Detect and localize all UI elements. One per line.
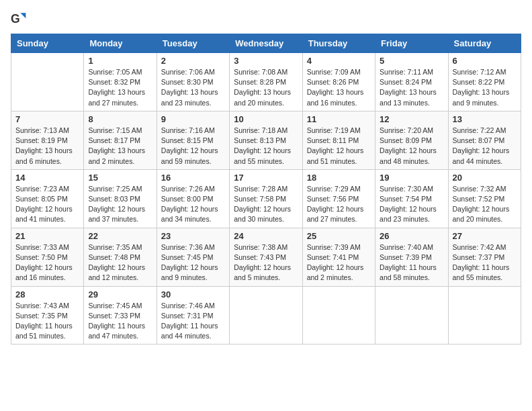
day-number: 19 (380, 173, 443, 183)
day-number: 11 (307, 114, 371, 124)
svg-marker-1 (20, 13, 26, 18)
day-info: Sunrise: 7:16 AMSunset: 8:15 PMDaylight:… (161, 126, 225, 167)
day-info: Sunrise: 7:23 AMSunset: 8:05 PMDaylight:… (15, 184, 79, 225)
day-info: Sunrise: 7:46 AMSunset: 7:31 PMDaylight:… (161, 301, 225, 342)
day-info: Sunrise: 7:13 AMSunset: 8:19 PMDaylight:… (15, 126, 79, 167)
calendar-cell (230, 286, 302, 345)
header: G (11, 11, 521, 27)
day-info: Sunrise: 7:39 AMSunset: 7:41 PMDaylight:… (307, 242, 371, 283)
day-info: Sunrise: 7:09 AMSunset: 8:26 PMDaylight:… (307, 67, 371, 108)
calendar-cell: 22Sunrise: 7:35 AMSunset: 7:48 PMDayligh… (84, 228, 157, 286)
calendar-cell: 8Sunrise: 7:15 AMSunset: 8:17 PMDaylight… (84, 111, 157, 169)
calendar-cell: 12Sunrise: 7:20 AMSunset: 8:09 PMDayligh… (375, 111, 448, 169)
calendar-cell: 20Sunrise: 7:32 AMSunset: 7:52 PMDayligh… (448, 169, 521, 228)
week-row-2: 14Sunrise: 7:23 AMSunset: 8:05 PMDayligh… (11, 169, 521, 228)
calendar-cell: 3Sunrise: 7:08 AMSunset: 8:28 PMDaylight… (230, 53, 302, 111)
day-number: 10 (234, 114, 298, 124)
weekday-header-tuesday: Tuesday (157, 34, 229, 53)
calendar-cell: 2Sunrise: 7:06 AMSunset: 8:30 PMDaylight… (157, 53, 229, 111)
week-row-0: 1Sunrise: 7:05 AMSunset: 8:32 PMDaylight… (11, 53, 521, 111)
day-number: 21 (15, 231, 79, 241)
day-info: Sunrise: 7:45 AMSunset: 7:33 PMDaylight:… (88, 301, 152, 342)
day-number: 22 (88, 231, 152, 241)
weekday-header-sunday: Sunday (11, 34, 84, 53)
calendar-cell: 24Sunrise: 7:38 AMSunset: 7:43 PMDayligh… (230, 228, 302, 286)
calendar-cell: 26Sunrise: 7:40 AMSunset: 7:39 PMDayligh… (375, 228, 448, 286)
calendar-body: 1Sunrise: 7:05 AMSunset: 8:32 PMDaylight… (11, 53, 521, 345)
day-info: Sunrise: 7:28 AMSunset: 7:58 PMDaylight:… (234, 184, 298, 225)
weekday-header-monday: Monday (84, 34, 157, 53)
calendar-cell: 10Sunrise: 7:18 AMSunset: 8:13 PMDayligh… (230, 111, 302, 169)
day-number: 26 (380, 231, 443, 241)
day-number: 6 (453, 56, 517, 66)
weekday-header-wednesday: Wednesday (230, 34, 302, 53)
calendar-cell: 15Sunrise: 7:25 AMSunset: 8:03 PMDayligh… (84, 169, 157, 228)
day-info: Sunrise: 7:29 AMSunset: 7:56 PMDaylight:… (307, 184, 371, 225)
calendar-cell: 1Sunrise: 7:05 AMSunset: 8:32 PMDaylight… (84, 53, 157, 111)
calendar-cell: 5Sunrise: 7:11 AMSunset: 8:24 PMDaylight… (375, 53, 448, 111)
day-info: Sunrise: 7:11 AMSunset: 8:24 PMDaylight:… (380, 67, 443, 108)
logo-icon: G (11, 11, 27, 27)
calendar-cell: 11Sunrise: 7:19 AMSunset: 8:11 PMDayligh… (302, 111, 375, 169)
day-number: 9 (161, 114, 225, 124)
day-number: 4 (307, 56, 371, 66)
day-info: Sunrise: 7:22 AMSunset: 8:07 PMDaylight:… (453, 126, 517, 167)
calendar-cell: 28Sunrise: 7:43 AMSunset: 7:35 PMDayligh… (11, 286, 84, 345)
week-row-3: 21Sunrise: 7:33 AMSunset: 7:50 PMDayligh… (11, 228, 521, 286)
day-info: Sunrise: 7:26 AMSunset: 8:00 PMDaylight:… (161, 184, 225, 225)
calendar-cell (302, 286, 375, 345)
day-number: 18 (307, 173, 371, 183)
day-info: Sunrise: 7:36 AMSunset: 7:45 PMDaylight:… (161, 242, 225, 283)
day-number: 16 (161, 173, 225, 183)
day-info: Sunrise: 7:32 AMSunset: 7:52 PMDaylight:… (453, 184, 517, 225)
calendar-cell: 14Sunrise: 7:23 AMSunset: 8:05 PMDayligh… (11, 169, 84, 228)
calendar-table: SundayMondayTuesdayWednesdayThursdayFrid… (11, 34, 521, 345)
calendar-cell: 16Sunrise: 7:26 AMSunset: 8:00 PMDayligh… (157, 169, 229, 228)
week-row-4: 28Sunrise: 7:43 AMSunset: 7:35 PMDayligh… (11, 286, 521, 345)
calendar-cell: 13Sunrise: 7:22 AMSunset: 8:07 PMDayligh… (448, 111, 521, 169)
calendar-cell: 21Sunrise: 7:33 AMSunset: 7:50 PMDayligh… (11, 228, 84, 286)
calendar-cell: 6Sunrise: 7:12 AMSunset: 8:22 PMDaylight… (448, 53, 521, 111)
calendar-cell: 23Sunrise: 7:36 AMSunset: 7:45 PMDayligh… (157, 228, 229, 286)
weekday-header-row: SundayMondayTuesdayWednesdayThursdayFrid… (11, 34, 521, 53)
day-number: 24 (234, 231, 298, 241)
day-info: Sunrise: 7:25 AMSunset: 8:03 PMDaylight:… (88, 184, 152, 225)
day-info: Sunrise: 7:35 AMSunset: 7:48 PMDaylight:… (88, 242, 152, 283)
day-number: 13 (453, 114, 517, 124)
day-info: Sunrise: 7:08 AMSunset: 8:28 PMDaylight:… (234, 67, 298, 108)
day-info: Sunrise: 7:42 AMSunset: 7:37 PMDaylight:… (453, 242, 517, 283)
day-number: 12 (380, 114, 443, 124)
day-info: Sunrise: 7:19 AMSunset: 8:11 PMDaylight:… (307, 126, 371, 167)
day-number: 25 (307, 231, 371, 241)
calendar-cell: 27Sunrise: 7:42 AMSunset: 7:37 PMDayligh… (448, 228, 521, 286)
calendar-cell: 9Sunrise: 7:16 AMSunset: 8:15 PMDaylight… (157, 111, 229, 169)
day-info: Sunrise: 7:33 AMSunset: 7:50 PMDaylight:… (15, 242, 79, 283)
weekday-header-friday: Friday (375, 34, 448, 53)
day-info: Sunrise: 7:40 AMSunset: 7:39 PMDaylight:… (380, 242, 443, 283)
day-number: 15 (88, 173, 152, 183)
calendar-cell (375, 286, 448, 345)
calendar-cell: 30Sunrise: 7:46 AMSunset: 7:31 PMDayligh… (157, 286, 229, 345)
weekday-header-saturday: Saturday (448, 34, 521, 53)
calendar-cell: 18Sunrise: 7:29 AMSunset: 7:56 PMDayligh… (302, 169, 375, 228)
calendar-cell: 19Sunrise: 7:30 AMSunset: 7:54 PMDayligh… (375, 169, 448, 228)
day-number: 14 (15, 173, 79, 183)
logo: G (11, 11, 30, 27)
calendar-cell (448, 286, 521, 345)
calendar-cell: 25Sunrise: 7:39 AMSunset: 7:41 PMDayligh… (302, 228, 375, 286)
day-number: 3 (234, 56, 298, 66)
day-number: 23 (161, 231, 225, 241)
day-number: 27 (453, 231, 517, 241)
day-number: 8 (88, 114, 152, 124)
week-row-1: 7Sunrise: 7:13 AMSunset: 8:19 PMDaylight… (11, 111, 521, 169)
day-info: Sunrise: 7:15 AMSunset: 8:17 PMDaylight:… (88, 126, 152, 167)
day-info: Sunrise: 7:20 AMSunset: 8:09 PMDaylight:… (380, 126, 443, 167)
day-number: 2 (161, 56, 225, 66)
day-number: 20 (453, 173, 517, 183)
calendar-cell: 29Sunrise: 7:45 AMSunset: 7:33 PMDayligh… (84, 286, 157, 345)
day-info: Sunrise: 7:06 AMSunset: 8:30 PMDaylight:… (161, 67, 225, 108)
calendar-cell: 7Sunrise: 7:13 AMSunset: 8:19 PMDaylight… (11, 111, 84, 169)
svg-text:G: G (11, 12, 20, 26)
day-info: Sunrise: 7:12 AMSunset: 8:22 PMDaylight:… (453, 67, 517, 108)
day-info: Sunrise: 7:05 AMSunset: 8:32 PMDaylight:… (88, 67, 152, 108)
